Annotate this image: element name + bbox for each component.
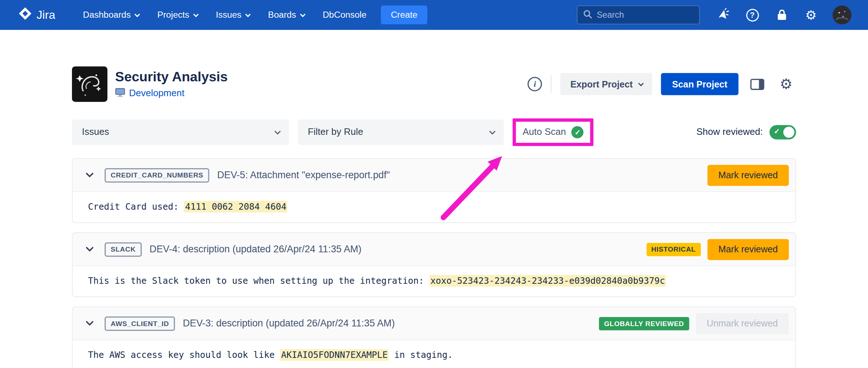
mark-reviewed-button[interactable]: Mark reviewed xyxy=(707,239,789,260)
chevron-down-icon xyxy=(193,12,199,17)
nav-item-issues[interactable]: Issues xyxy=(216,10,249,20)
collapse-chevron-icon[interactable] xyxy=(82,242,97,257)
findings-list: CREDIT_CARD_NUMBERS DEV-5: Attachment "e… xyxy=(72,158,796,368)
unmark-reviewed-button[interactable]: Unmark reviewed xyxy=(695,313,789,334)
finding-body: This is the Slack token to use when sett… xyxy=(73,266,796,296)
finding-title: DEV-4: description (updated 26/Apr/24 11… xyxy=(149,243,361,255)
computer-icon xyxy=(115,88,125,99)
nav-icons: ? ⚙ xyxy=(715,5,852,24)
filter-row: Issues Filter by Rule Auto Scan ✓ Show r… xyxy=(72,119,796,146)
card-header: CREDIT_CARD_NUMBERS DEV-5: Attachment "e… xyxy=(73,159,796,192)
finding-text: The AWS access key should look like AKIA… xyxy=(88,349,453,361)
finding-title: DEV-5: Attachment "expense-report.pdf" xyxy=(217,169,390,181)
globally-reviewed-badge: GLOBALLY REVIEWED xyxy=(599,317,689,330)
mark-reviewed-button[interactable]: Mark reviewed xyxy=(707,164,789,185)
finding-body: The AWS access key should look like AKIA… xyxy=(73,340,796,368)
scan-project-button[interactable]: Scan Project xyxy=(661,73,739,95)
settings-icon[interactable]: ⚙ xyxy=(803,7,819,23)
sensitive-token-highlight: 4111 0062 2084 4604 xyxy=(184,201,288,213)
top-navbar: Jira Dashboards Projects Issues Boards D… xyxy=(0,0,868,30)
show-reviewed-group: Show reviewed: ✓ xyxy=(696,125,796,140)
issues-dropdown[interactable]: Issues xyxy=(72,120,289,145)
card-header: AWS_CLIENT_ID DEV-3: description (update… xyxy=(73,307,796,340)
details-panel-icon[interactable] xyxy=(747,74,767,94)
show-reviewed-toggle[interactable]: ✓ xyxy=(770,125,796,140)
nav-search xyxy=(577,5,700,24)
announcement-icon[interactable] xyxy=(715,7,731,23)
auto-scan-check-icon[interactable]: ✓ xyxy=(571,126,584,138)
collapse-chevron-icon[interactable] xyxy=(82,168,97,183)
jira-brand-text: Jira xyxy=(37,8,55,22)
chevron-down-icon xyxy=(489,128,495,134)
chevron-down-icon xyxy=(638,81,644,86)
finding-card-dev5: CREDIT_CARD_NUMBERS DEV-5: Attachment "e… xyxy=(72,158,796,223)
chevron-down-icon xyxy=(300,12,305,17)
sensitive-token-highlight: xoxo-523423-234243-234233-e039d02840a0b9… xyxy=(429,275,666,287)
collapse-chevron-icon[interactable] xyxy=(82,316,97,331)
historical-badge: HISTORICAL xyxy=(646,243,701,256)
nav-item-projects[interactable]: Projects xyxy=(157,10,197,20)
toggle-knob xyxy=(783,127,795,138)
chevron-down-icon xyxy=(245,12,251,17)
nav-item-dashboards[interactable]: Dashboards xyxy=(83,10,138,20)
finding-body: Credit Card used: 4111 0062 2084 4604 xyxy=(73,192,796,222)
search-icon xyxy=(583,9,592,21)
nav-item-dbconsole[interactable]: DbConsole xyxy=(323,10,366,20)
card-header: SLACK DEV-4: description (updated 26/Apr… xyxy=(73,233,796,266)
project-breadcrumb: Development xyxy=(115,88,227,99)
jira-logo[interactable]: Jira xyxy=(18,7,55,23)
finding-title: DEV-3: description (updated 26/Apr/24 11… xyxy=(183,318,395,329)
nav-menu: Dashboards Projects Issues Boards DbCons… xyxy=(83,10,366,20)
rule-filter-dropdown[interactable]: Filter by Rule xyxy=(298,120,503,145)
finding-text: This is the Slack token to use when sett… xyxy=(88,275,666,287)
finding-card-dev4: SLACK DEV-4: description (updated 26/Apr… xyxy=(72,232,796,297)
lock-icon[interactable] xyxy=(774,7,790,23)
rule-badge: CREDIT_CARD_NUMBERS xyxy=(105,168,209,183)
create-button[interactable]: Create xyxy=(381,5,427,24)
finding-card-dev3: AWS_CLIENT_ID DEV-3: description (update… xyxy=(72,307,796,368)
info-icon[interactable]: i xyxy=(528,77,542,91)
project-link-development[interactable]: Development xyxy=(129,88,184,99)
divider xyxy=(551,75,552,93)
auto-scan-label: Auto Scan xyxy=(523,127,566,138)
project-avatar xyxy=(72,67,107,102)
show-reviewed-label: Show reviewed: xyxy=(696,127,763,138)
rule-badge: SLACK xyxy=(105,242,142,257)
auto-scan-annotation-box: Auto Scan ✓ xyxy=(512,119,593,146)
finding-text: Credit Card used: 4111 0062 2084 4604 xyxy=(88,201,288,213)
header-actions: i Export Project Scan Project ⚙ xyxy=(528,73,796,95)
toggle-check-icon: ✓ xyxy=(774,127,780,136)
nav-item-boards[interactable]: Boards xyxy=(268,10,304,20)
main-content: Security Analysis Development i xyxy=(0,67,868,368)
page: Jira Dashboards Projects Issues Boards D… xyxy=(0,0,868,368)
user-avatar[interactable] xyxy=(833,5,851,24)
chevron-down-icon xyxy=(135,12,140,17)
sensitive-token-highlight: AKIAIO5FODNN7EXAMPLE xyxy=(280,349,389,361)
chevron-down-icon xyxy=(275,128,281,134)
help-icon[interactable]: ? xyxy=(745,7,760,23)
project-title-block: Security Analysis Development xyxy=(115,69,227,99)
jira-mark-icon xyxy=(18,7,32,23)
rule-badge: AWS_CLIENT_ID xyxy=(105,316,175,331)
project-settings-icon[interactable]: ⚙ xyxy=(776,74,796,94)
project-header: Security Analysis Development i xyxy=(72,67,796,102)
page-title: Security Analysis xyxy=(115,69,227,85)
export-project-button[interactable]: Export Project xyxy=(560,73,652,95)
search-input[interactable] xyxy=(597,10,694,20)
